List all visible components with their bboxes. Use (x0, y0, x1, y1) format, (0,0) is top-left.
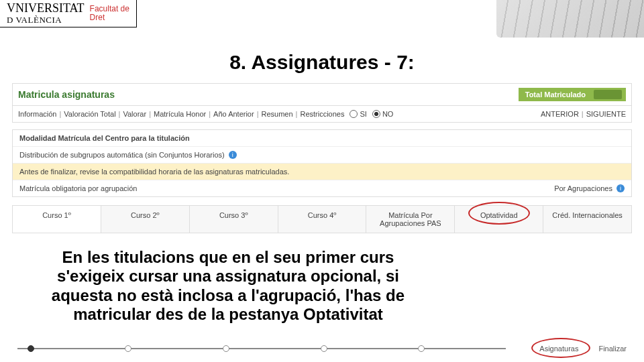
progress-dot (418, 345, 425, 352)
nav-siguiente[interactable]: SIGUIENTE (586, 110, 626, 118)
slide-header: VNIVERSITAT D VALÈNCIA Facultat de Dret (0, 0, 644, 39)
tab-label: Curso 1º (42, 211, 71, 219)
tab-label: Créd. Internacionales (552, 211, 623, 219)
tab-label: Matrícula Por Agrupaciones PAS (380, 211, 441, 227)
uni-name-bottom: D VALÈNCIA (7, 15, 62, 25)
panel-row1-text: Distribución de subgrupos automática (si… (19, 151, 225, 159)
footer-asignaturas-link[interactable]: Asignaturas (539, 345, 578, 353)
keyboard-photo (496, 0, 644, 38)
footer-finalizar-link[interactable]: Finalizar (598, 345, 627, 353)
radio-no-label: NO (382, 110, 394, 118)
footer-finalizar-label: Finalizar (598, 345, 627, 353)
progress-track (17, 348, 506, 349)
app-title: Matricula asignaturas (18, 89, 115, 100)
progress-dot (321, 345, 327, 352)
panel-row-distribucion: Distribución de subgrupos automática (si… (13, 147, 631, 164)
radio-si[interactable]: SI (350, 110, 366, 118)
instruction-callout: En les titulacions que en el seu primer … (40, 247, 416, 325)
enrollment-app: Matricula asignaturas Total Matriculado … (12, 83, 632, 233)
tab-agrupaciones-pas[interactable]: Matrícula Por Agrupaciones PAS (366, 206, 455, 233)
menu-valoracion-total[interactable]: Valoración Total (64, 110, 115, 118)
menu-resumen[interactable]: Resumen (262, 110, 293, 118)
radio-por-agrupaciones[interactable]: Por Agrupaciones (554, 184, 612, 192)
uni-name-top: VNIVERSITAT (7, 3, 85, 13)
menu-valorar[interactable]: Valorar (123, 110, 146, 118)
course-tabs: Curso 1º Curso 2º Curso 3º Curso 4º Matr… (12, 205, 632, 233)
tab-label: Curso 4º (308, 211, 337, 219)
menu-restricciones[interactable]: Restricciones (300, 110, 344, 118)
info-icon[interactable]: i (229, 151, 237, 159)
panel-row-agrupacion: Matrícula obligatoria por agrupación Por… (13, 180, 631, 196)
tab-curso-4[interactable]: Curso 4º (278, 206, 367, 233)
tab-label: Optatividad (480, 211, 518, 219)
tab-cred-internacionales[interactable]: Créd. Internacionales (543, 206, 631, 233)
tab-curso-2[interactable]: Curso 2º (101, 206, 190, 233)
slide-title: 8. Assignatures - 7: (0, 39, 644, 83)
progress-dot (223, 345, 229, 352)
tab-label: Curso 3º (219, 211, 248, 219)
app-title-bar: Matricula asignaturas Total Matriculado (12, 83, 632, 106)
tab-label: Curso 2º (131, 211, 160, 219)
highlight-circle-icon (531, 338, 590, 358)
panel-row2-text: Antes de finalizar, revise la compatibil… (19, 168, 289, 176)
tab-optatividad[interactable]: Optatividad (455, 206, 543, 233)
panel-row3-left: Matrícula obligatoria por agrupación (19, 184, 138, 192)
panel-row-warning: Antes de finalizar, revise la compatibil… (13, 164, 631, 180)
menu-matricula-honor[interactable]: Matrícula Honor (154, 110, 206, 118)
total-enrolled-badge: Total Matriculado (519, 88, 626, 101)
faculty-line2: Dret (90, 13, 129, 22)
nav-anterior[interactable]: ANTERIOR (541, 110, 579, 118)
tab-curso-1[interactable]: Curso 1º (13, 206, 101, 233)
faculty-name: Facultat de Dret (90, 5, 129, 22)
progress-dot (125, 345, 131, 352)
progress-footer: Asignaturas Finalizar (0, 345, 644, 353)
progress-dot (28, 345, 34, 352)
menu-ano-anterior[interactable]: Año Anterior (213, 110, 254, 118)
radio-si-label: SI (360, 110, 366, 118)
radio-no[interactable]: NO (372, 110, 394, 118)
modalidad-panel-title: Modalidad Matrícula del Centro para la t… (13, 130, 631, 147)
university-logo: VNIVERSITAT D VALÈNCIA (7, 3, 85, 24)
toolbar: Información| Valoración Total| Valorar| … (12, 106, 632, 123)
modalidad-panel: Modalidad Matrícula del Centro para la t… (12, 129, 632, 197)
university-logo-block: VNIVERSITAT D VALÈNCIA Facultat de Dret (0, 0, 137, 27)
menu-informacion[interactable]: Información (18, 110, 56, 118)
radio-por-agrupaciones-label: Por Agrupaciones (554, 184, 612, 192)
info-icon[interactable]: i (616, 184, 625, 192)
tab-curso-3[interactable]: Curso 3º (190, 206, 278, 233)
